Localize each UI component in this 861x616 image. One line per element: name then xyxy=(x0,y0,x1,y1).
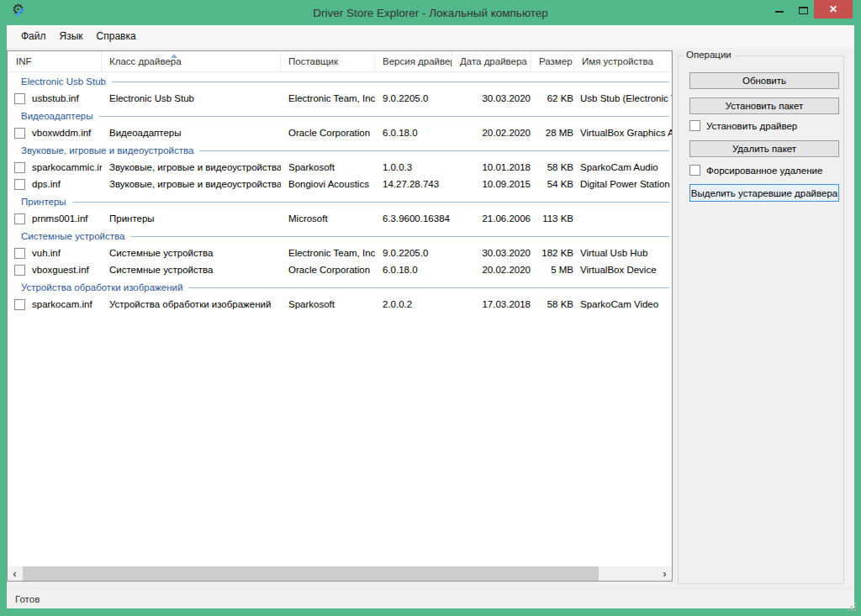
cell-class: Устройства обработки изображений xyxy=(102,296,281,313)
add-package-button[interactable]: Установить пакет xyxy=(689,97,839,114)
cell-size: 54 KB xyxy=(531,176,574,192)
menu-item-1[interactable]: Язык xyxy=(53,28,90,45)
close-icon: ✕ xyxy=(829,3,837,15)
driver-row[interactable]: prnms001.infПринтерыMicrosoft6.3.9600.16… xyxy=(8,210,672,227)
group-header: Устройства обработки изображений xyxy=(8,279,672,296)
row-checkbox[interactable] xyxy=(14,179,25,190)
scroll-right-button[interactable]: › xyxy=(658,566,672,581)
maximize-icon xyxy=(799,7,808,14)
cell-vendor: Oracle Corporation xyxy=(281,261,375,278)
cell-device: Usb Stub (Electronic T xyxy=(574,90,672,107)
select-old-drivers-button[interactable]: Выделить устаревшие драйвера xyxy=(689,184,839,202)
row-checkbox[interactable] xyxy=(14,265,25,276)
scrollbar-thumb[interactable] xyxy=(23,566,599,581)
install-driver-checkbox[interactable]: Установить драйвер xyxy=(689,119,797,132)
group-header-label: Системные устройства xyxy=(21,231,124,241)
cell-device: Virtual Usb Hub xyxy=(574,245,672,261)
window-title: Driver Store Explorer - Локальный компью… xyxy=(0,7,861,19)
inf-filename: vuh.inf xyxy=(32,248,61,258)
close-button[interactable]: ✕ xyxy=(814,0,853,18)
row-checkbox[interactable] xyxy=(14,93,25,104)
group-header-label: Устройства обработки изображений xyxy=(21,282,182,292)
cell-class: Звуковые, игровые и видеоустройства xyxy=(102,159,281,176)
column-header-device-name[interactable]: Имя устройства xyxy=(574,51,672,71)
group-header: Видеоадаптеры xyxy=(8,108,672,124)
column-header-date[interactable]: Дата драйвера xyxy=(452,51,531,71)
title-bar: ⚙ Driver Store Explorer - Локальный комп… xyxy=(0,0,861,25)
group-header-line xyxy=(99,116,669,117)
minimize-button[interactable] xyxy=(767,0,792,18)
group-header-line xyxy=(112,82,669,82)
driver-row[interactable]: sparkocam.infУстройства обработки изобра… xyxy=(8,296,672,313)
cell-class: Electronic Usb Stub xyxy=(102,90,281,107)
column-header-inf[interactable]: INF xyxy=(8,51,102,71)
cell-vendor: Electronic Team, Inc. xyxy=(281,245,375,261)
cell-version: 9.0.2205.0 xyxy=(375,90,452,107)
row-checkbox[interactable] xyxy=(14,128,25,139)
inf-filename: sparkocammic.inf xyxy=(32,162,102,172)
app-icon: ⚙ xyxy=(12,4,27,19)
cell-version: 14.27.28.743 xyxy=(375,176,452,192)
cell-size: 62 KB xyxy=(531,90,574,107)
cell-date: 20.02.2020 xyxy=(452,261,531,278)
cell-version: 6.3.9600.16384 xyxy=(375,210,452,227)
scroll-left-button[interactable]: ‹ xyxy=(8,566,22,581)
menu-item-0[interactable]: Файл xyxy=(14,28,53,45)
app-window: ⚙ Driver Store Explorer - Локальный комп… xyxy=(0,0,861,616)
cell-device: SparkoCam Video xyxy=(574,296,672,313)
group-header: Системные устройства xyxy=(8,228,672,245)
driver-row[interactable]: sparkocammic.infЗвуковые, игровые и виде… xyxy=(8,159,672,176)
group-header-label: Принтеры xyxy=(21,197,66,207)
cell-date: 10.09.2015 xyxy=(452,176,531,192)
cell-size: 58 KB xyxy=(531,296,574,313)
row-checkbox[interactable] xyxy=(14,248,25,259)
maximize-button[interactable] xyxy=(792,0,814,18)
cell-date: 10.01.2018 xyxy=(452,159,531,176)
list-body: Electronic Usb Stubusbstub.infElectronic… xyxy=(8,73,672,313)
force-delete-checkbox[interactable]: Форсированное удаление xyxy=(689,164,822,176)
cell-size: 28 MB xyxy=(531,124,574,141)
horizontal-scrollbar[interactable]: ‹ › xyxy=(8,566,672,581)
cell-version: 9.0.2205.0 xyxy=(375,245,452,261)
driver-row[interactable]: vuh.infСистемные устройстваElectronic Te… xyxy=(8,245,672,261)
cell-inf: usbstub.inf xyxy=(8,90,102,107)
group-header-line xyxy=(199,150,669,151)
inf-filename: prnms001.inf xyxy=(32,213,87,224)
cell-date: 30.03.2020 xyxy=(452,245,531,261)
cell-date: 30.03.2020 xyxy=(452,90,531,107)
row-checkbox[interactable] xyxy=(14,299,25,310)
row-checkbox[interactable] xyxy=(14,213,25,224)
cell-class: Видеоадаптеры xyxy=(102,124,281,141)
column-header-version[interactable]: Версия драйвера xyxy=(375,51,452,71)
cell-date: 17.03.2018 xyxy=(452,296,531,313)
cell-inf: sparkocammic.inf xyxy=(8,159,102,176)
driver-row[interactable]: usbstub.infElectronic Usb StubElectronic… xyxy=(8,90,672,107)
cell-inf: vboxguest.inf xyxy=(8,261,102,278)
cell-vendor: Oracle Corporation xyxy=(281,124,375,141)
cell-device: VirtualBox Device xyxy=(574,261,672,278)
status-text: Готов xyxy=(15,594,40,604)
resize-grip-icon[interactable] xyxy=(848,603,849,604)
refresh-button[interactable]: Обновить xyxy=(689,72,839,89)
delete-package-button[interactable]: Удалить пакет xyxy=(689,140,839,157)
column-header-size[interactable]: Размер xyxy=(531,51,574,71)
driver-row[interactable]: vboxwddm.infВидеоадаптерыOracle Corporat… xyxy=(8,124,672,141)
cell-vendor: Sparkosoft xyxy=(281,159,375,176)
menu-bar: ФайлЯзыкСправка xyxy=(7,25,854,48)
group-header-line xyxy=(130,236,669,237)
group-header-label: Видеоадаптеры xyxy=(21,111,93,121)
cell-inf: dps.inf xyxy=(8,176,102,192)
column-header-driver-class[interactable]: Класс драйвера xyxy=(102,51,281,71)
column-header-vendor[interactable]: Поставщик xyxy=(281,51,375,71)
client-area: ФайлЯзыкСправка INF Класс драйвера Поста… xyxy=(7,25,854,608)
cell-inf: vboxwddm.inf xyxy=(8,124,102,141)
menu-item-2[interactable]: Справка xyxy=(90,28,143,45)
driver-row[interactable]: dps.infЗвуковые, игровые и видеоустройст… xyxy=(8,176,672,192)
row-checkbox[interactable] xyxy=(14,162,25,173)
cell-vendor: Sparkosoft xyxy=(281,296,375,313)
cell-inf: sparkocam.inf xyxy=(8,296,102,313)
cell-class: Системные устройства xyxy=(102,245,281,261)
driver-row[interactable]: vboxguest.infСистемные устройстваOracle … xyxy=(8,261,672,278)
group-header: Принтеры xyxy=(8,193,672,210)
cell-vendor: Electronic Team, Inc. xyxy=(281,90,375,107)
